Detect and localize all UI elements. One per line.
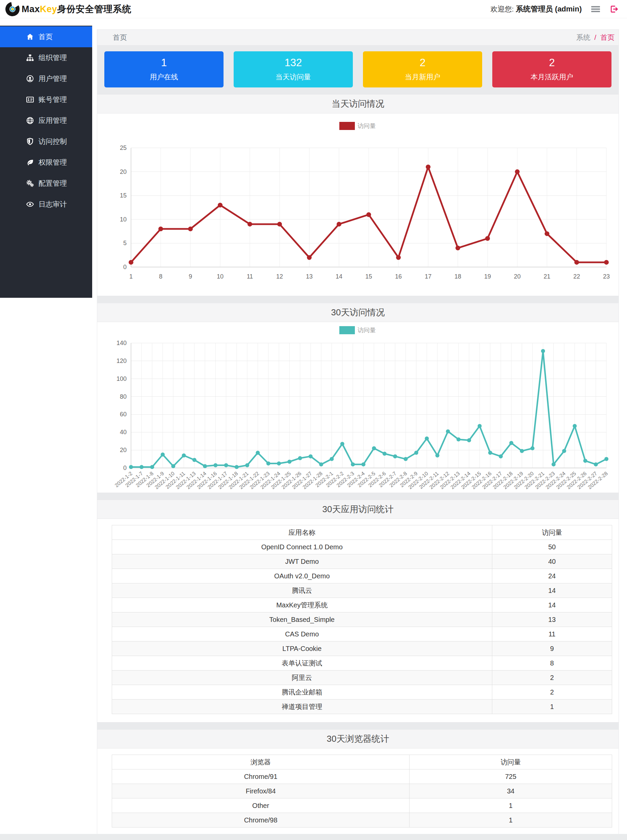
table-cell: 11 [492, 627, 612, 642]
panel-browser-stats: 30天浏览器统计 浏览器访问量Chrome/91725Firefox/8434O… [97, 729, 619, 836]
sitemap-icon [26, 53, 35, 62]
table-cell: 阿里云 [112, 670, 492, 685]
stat-card-value: 132 [234, 57, 353, 69]
stat-card-value: 2 [492, 57, 611, 69]
sidebar-item-audit[interactable]: 日志审计 [0, 194, 92, 215]
breadcrumb-current-link[interactable]: 首页 [600, 33, 614, 41]
sidebar-item-label: 账号管理 [38, 95, 67, 104]
panel-title: 当天访问情况 [332, 98, 384, 110]
stat-card-label: 当天访问量 [234, 72, 353, 82]
eye-icon [26, 200, 35, 209]
table-row: Token_Based_Simple13 [112, 612, 612, 627]
table-cell: Firefox/84 [112, 784, 410, 799]
sidebar-item-config[interactable]: 配置管理 [0, 173, 92, 194]
sidebar-item-app[interactable]: 应用管理 [0, 110, 92, 131]
sidebar-item-label: 应用管理 [38, 116, 67, 125]
chart-legend: 访问量 [339, 326, 376, 334]
breadcrumb-separator: / [592, 33, 598, 41]
svg-text:16: 16 [395, 273, 402, 280]
table-cell: 腾讯企业邮箱 [112, 685, 492, 700]
panel-today-visits: 当天访问情况 051015202518910111213141516171819… [97, 94, 619, 296]
sidebar-item-perm[interactable]: 权限管理 [0, 152, 92, 173]
sidebar-item-label: 日志审计 [38, 200, 67, 209]
stat-card-3: 2本月活跃用户 [492, 51, 611, 87]
welcome-text: 欢迎您: 系统管理员 (admin) [491, 4, 582, 14]
app-title: MaxKey身份安全管理系统 [22, 3, 131, 15]
table-row: 表单认证测试8 [112, 656, 612, 670]
table-row: 阿里云2 [112, 670, 612, 685]
table-row: JWT Demo40 [112, 554, 612, 569]
breadcrumb-parent-link[interactable]: 系统 [576, 33, 590, 41]
table-cell: MaxKey管理系统 [112, 598, 492, 612]
svg-text:19: 19 [484, 273, 491, 280]
breadcrumb: 首页 系统 / 首页 [97, 29, 619, 46]
globe-icon [26, 116, 35, 125]
table-header-row: 浏览器访问量 [112, 755, 612, 769]
table-row: OpenID Connect 1.0 Demo50 [112, 540, 612, 554]
panel-header: 当天访问情况 [97, 94, 619, 113]
table-cell: CAS Demo [112, 627, 492, 642]
svg-text:100: 100 [117, 376, 127, 382]
page-title: 首页 [113, 33, 127, 42]
table-cell: Other [112, 799, 410, 813]
svg-text:40: 40 [120, 429, 127, 436]
table-row: 腾讯云14 [112, 584, 612, 598]
table-header-cell: 访问量 [410, 755, 612, 769]
table-cell: Chrome/91 [112, 769, 410, 784]
svg-text:12: 12 [276, 273, 283, 280]
sidebar-item-account[interactable]: 账号管理 [0, 89, 92, 110]
panel-header: 30天应用访问统计 [97, 500, 619, 519]
logout-icon[interactable] [610, 5, 619, 14]
stat-card-2: 2当月新用户 [363, 51, 482, 87]
stat-card-label: 当月新用户 [363, 72, 482, 82]
leaf-icon [26, 158, 35, 167]
table-row: 腾讯企业邮箱2 [112, 685, 612, 700]
sidebar: 首页组织管理用户管理账号管理应用管理访问控制权限管理配置管理日志审计 [0, 18, 92, 298]
table-row: OAuth v2.0_Demo24 [112, 569, 612, 584]
stat-card-value: 1 [104, 57, 224, 69]
svg-text:18: 18 [454, 273, 461, 280]
table-cell: 8 [492, 656, 612, 670]
svg-text:15: 15 [365, 273, 372, 280]
user-icon [26, 74, 35, 83]
svg-text:0: 0 [123, 464, 127, 471]
table-header-cell: 浏览器 [112, 755, 410, 769]
maxkey-logo[interactable]: MaxKey身份安全管理系统 [5, 2, 131, 17]
panel-app-stats: 30天应用访问统计 应用名称访问量OpenID Connect 1.0 Demo… [97, 500, 619, 722]
svg-text:10: 10 [217, 273, 224, 280]
sidebar-item-user[interactable]: 用户管理 [0, 68, 92, 89]
sidebar-item-access[interactable]: 访问控制 [0, 131, 92, 152]
svg-text:20: 20 [120, 447, 127, 453]
table-cell: 14 [492, 584, 612, 598]
table-row: 禅道项目管理1 [112, 700, 612, 714]
sidebar-item-label: 用户管理 [38, 74, 67, 83]
svg-text:访问量: 访问量 [358, 123, 376, 129]
sidebar-item-org[interactable]: 组织管理 [0, 47, 92, 68]
table-cell: 9 [492, 642, 612, 656]
stat-card-label: 用户在线 [104, 72, 224, 82]
svg-text:1: 1 [129, 273, 133, 280]
svg-text:访问量: 访问量 [358, 327, 376, 333]
today-visits-line-chart: 0510152025189101112131415161718192021222… [102, 115, 613, 294]
panel-30day-visits: 30天访问情况 0204060801001201402022-1-22022-1… [97, 303, 619, 493]
svg-text:10: 10 [120, 216, 127, 223]
menu-toggle-icon[interactable] [591, 5, 601, 14]
svg-text:21: 21 [544, 273, 550, 280]
svg-text:140: 140 [117, 340, 127, 346]
app-visits-table: 应用名称访问量OpenID Connect 1.0 Demo50JWT Demo… [112, 525, 612, 714]
table-cell: 表单认证测试 [112, 656, 492, 670]
svg-text:8: 8 [159, 273, 162, 280]
sidebar-item-label: 组织管理 [38, 53, 67, 63]
id-card-icon [26, 95, 35, 104]
browser-visits-table: 浏览器访问量Chrome/91725Firefox/8434Other1Chro… [112, 755, 612, 827]
sidebar-item-label: 配置管理 [38, 179, 67, 188]
home-icon [26, 32, 35, 41]
svg-text:20: 20 [514, 273, 521, 280]
table-row: MaxKey管理系统14 [112, 598, 612, 612]
panel-title: 30天应用访问统计 [323, 503, 394, 515]
table-row: CAS Demo11 [112, 627, 612, 642]
table-cell: 2 [492, 685, 612, 700]
table-cell: OpenID Connect 1.0 Demo [112, 540, 492, 554]
table-cell: 50 [492, 540, 612, 554]
sidebar-item-home[interactable]: 首页 [0, 26, 92, 47]
